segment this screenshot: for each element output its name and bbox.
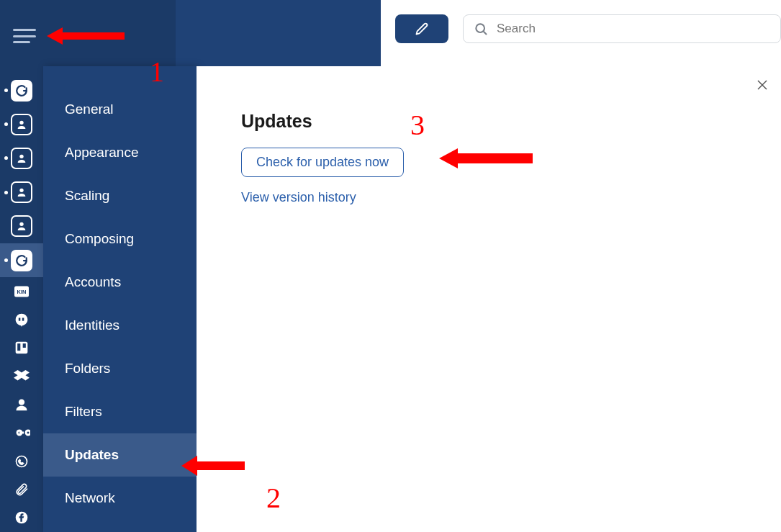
sidebar-item-label: Network — [65, 490, 115, 506]
person-icon — [16, 186, 27, 198]
dropbox-icon — [14, 369, 30, 384]
facebook-icon — [14, 510, 29, 525]
account-badge — [11, 181, 32, 203]
sidebar-item-filters[interactable]: Filters — [43, 390, 197, 433]
content: Updates Check for updates now View versi… — [197, 66, 781, 205]
account-badge — [11, 148, 32, 169]
account-rail: KIN — [0, 66, 43, 532]
sidebar-item-scaling[interactable]: Scaling — [43, 174, 197, 217]
check-updates-button[interactable]: Check for updates now — [241, 148, 404, 177]
trello-icon — [14, 341, 29, 355]
close-button[interactable] — [755, 78, 769, 92]
svg-rect-11 — [17, 344, 20, 351]
rail-service-infinity[interactable] — [0, 419, 43, 447]
svg-point-2 — [19, 120, 23, 124]
person-icon — [16, 119, 27, 130]
sidebar-item-folders[interactable]: Folders — [43, 347, 197, 390]
hangouts-icon — [14, 312, 29, 327]
header-right — [381, 0, 781, 66]
sidebar-item-label: General — [65, 102, 114, 117]
unread-dot-icon — [4, 258, 8, 262]
unread-dot-icon — [4, 89, 8, 92]
kin-icon: KIN — [14, 286, 29, 297]
sidebar-item-label: Composing — [65, 231, 134, 247]
annotation-number-2: 2 — [266, 481, 281, 515]
sidebar-item-label: Folders — [65, 361, 110, 377]
sidebar-item-identities[interactable]: Identities — [43, 304, 197, 347]
svg-point-5 — [19, 222, 23, 226]
rail-account-g2[interactable] — [0, 243, 43, 277]
sidebar-item-label: Identities — [65, 317, 119, 333]
rail-account-g1[interactable] — [0, 73, 43, 107]
sidebar-item-appearance[interactable]: Appearance — [43, 131, 197, 174]
svg-point-13 — [19, 400, 24, 405]
g-icon — [15, 84, 28, 97]
infinity-icon — [13, 428, 30, 438]
page-title: Updates — [241, 111, 781, 132]
unread-dot-icon — [4, 191, 8, 194]
sidebar-item-general[interactable]: General — [43, 88, 197, 131]
search-input[interactable] — [497, 22, 770, 36]
svg-rect-9 — [22, 318, 24, 321]
svg-rect-8 — [19, 318, 20, 321]
unread-dot-icon — [4, 156, 8, 160]
svg-point-14 — [17, 456, 27, 466]
svg-rect-12 — [23, 344, 26, 348]
rail-service-dropbox[interactable] — [0, 362, 43, 390]
rail-account-p3[interactable] — [0, 176, 43, 209]
sidebar-item-label: Appearance — [65, 145, 138, 161]
annotation-number-1: 1 — [150, 55, 164, 89]
rail-service-whatsapp[interactable] — [0, 447, 43, 475]
account-badge — [11, 215, 32, 237]
whatsapp-icon — [14, 454, 29, 469]
sidebar-item-label: Accounts — [65, 274, 121, 290]
rail-account-p1[interactable] — [0, 107, 43, 141]
version-history-link[interactable]: View version history — [241, 190, 781, 205]
compose-button[interactable] — [395, 14, 448, 43]
svg-line-1 — [484, 32, 487, 35]
close-icon — [757, 80, 767, 90]
sidebar-item-accounts[interactable]: Accounts — [43, 261, 197, 304]
person-solid-icon — [14, 397, 29, 412]
account-badge — [11, 250, 32, 271]
sidebar-item-composing[interactable]: Composing — [43, 217, 197, 261]
sidebar-item-updates[interactable]: Updates — [43, 433, 197, 477]
unread-dot-icon — [4, 122, 8, 126]
svg-point-3 — [19, 155, 23, 158]
person-icon — [16, 220, 27, 232]
rail-account-p2[interactable] — [0, 141, 43, 175]
annotation-number-3: 3 — [410, 108, 425, 142]
rail-service-attachments[interactable] — [0, 475, 43, 503]
svg-rect-10 — [16, 342, 28, 354]
paperclip-icon — [14, 482, 29, 497]
rail-service-facebook[interactable] — [0, 504, 43, 532]
menu-button[interactable] — [13, 29, 36, 43]
sidebar-item-label: Updates — [65, 447, 119, 463]
account-badge — [11, 80, 32, 102]
rail-service-hangouts[interactable] — [0, 305, 43, 333]
pencil-icon — [415, 22, 428, 35]
rail-service-trello[interactable] — [0, 334, 43, 362]
sidebar-item-network[interactable]: Network — [43, 477, 197, 520]
rail-account-p4[interactable] — [0, 209, 43, 243]
g-icon — [15, 254, 28, 267]
main-panel: Updates Check for updates now View versi… — [197, 66, 781, 532]
rail-service-kin[interactable]: KIN — [0, 277, 43, 305]
search-icon — [474, 22, 488, 36]
svg-text:KIN: KIN — [17, 289, 27, 295]
person-icon — [16, 153, 27, 164]
sidebar-item-label: Filters — [65, 404, 102, 420]
account-badge — [11, 114, 32, 135]
sidebar-item-label: Scaling — [65, 188, 109, 204]
svg-point-4 — [19, 189, 23, 192]
search-box[interactable] — [463, 14, 781, 43]
settings-sidebar: General Appearance Scaling Composing Acc… — [43, 66, 197, 532]
rail-service-contacts[interactable] — [0, 390, 43, 418]
